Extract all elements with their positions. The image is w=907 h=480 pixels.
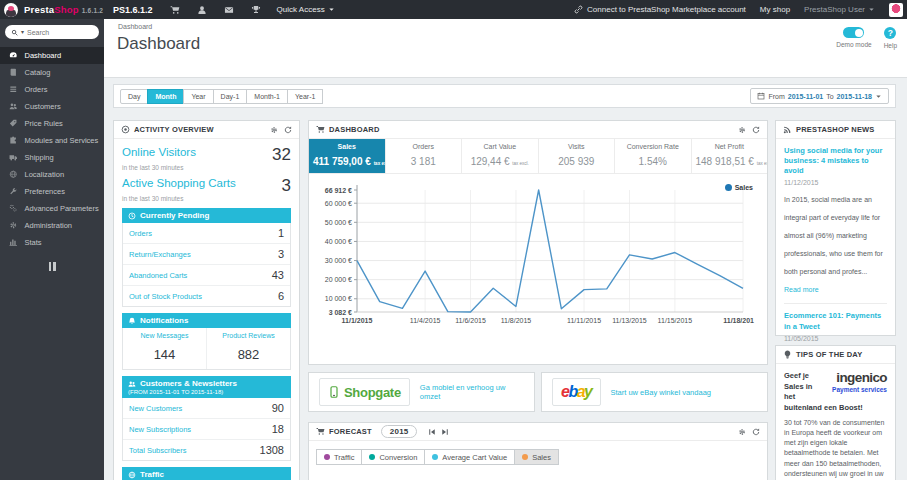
user-avatar[interactable] bbox=[889, 3, 903, 17]
filter-year-1-button[interactable]: Year-1 bbox=[287, 89, 323, 104]
sidebar-item-advanced-parameters[interactable]: Advanced Parameters bbox=[0, 200, 104, 217]
marketplace-link[interactable]: Connect to PrestaShop Marketplace accoun… bbox=[574, 5, 746, 14]
trophy-icon[interactable] bbox=[251, 5, 261, 15]
traffic-dot bbox=[324, 454, 330, 460]
gear-icon[interactable] bbox=[738, 126, 746, 134]
online-visitors-link[interactable]: Online Visitors bbox=[122, 146, 196, 158]
filter-day-1-button[interactable]: Day-1 bbox=[213, 89, 248, 104]
svg-text:60 000 €: 60 000 € bbox=[325, 200, 352, 207]
refresh-icon[interactable] bbox=[752, 126, 760, 134]
sidebar-item-localization[interactable]: Localization bbox=[0, 166, 104, 183]
online-visitors-sub: in the last 30 minutes bbox=[122, 164, 291, 171]
demo-mode-toggle[interactable] bbox=[843, 27, 864, 38]
sidebar-item-stats[interactable]: Stats bbox=[0, 234, 104, 251]
my-shop-link[interactable]: My shop bbox=[760, 5, 790, 14]
svg-text:50 000 €: 50 000 € bbox=[325, 219, 352, 226]
kpi-visits[interactable]: Visits205 939 bbox=[538, 139, 615, 173]
user-icon[interactable] bbox=[197, 5, 207, 15]
chevron-down-icon bbox=[328, 6, 335, 13]
gear-icon[interactable] bbox=[738, 428, 746, 436]
sidebar-item-customers[interactable]: Customers bbox=[0, 98, 104, 115]
ebay-logo[interactable]: ebay bbox=[552, 378, 601, 406]
out-of-stock-value: 6 bbox=[278, 290, 284, 302]
sidebar-item-orders[interactable]: Orders bbox=[0, 81, 104, 98]
read-more-link[interactable]: Read more bbox=[784, 286, 819, 293]
kpi-net-profit[interactable]: Net Profit148 918,51 € tax excl. bbox=[691, 139, 768, 173]
next-year-button[interactable] bbox=[441, 428, 449, 436]
new-messages-value: 144 bbox=[154, 347, 176, 362]
gear-icon[interactable] bbox=[270, 126, 278, 134]
forecast-conversion-button[interactable]: Conversion bbox=[361, 449, 425, 465]
kpi-cart-value[interactable]: Cart Value129,44 € tax excl. bbox=[461, 139, 538, 173]
gears-icon bbox=[9, 204, 18, 213]
new-messages-link[interactable]: New Messages bbox=[125, 332, 204, 339]
abandoned-carts-link[interactable]: Abandoned Carts bbox=[129, 271, 187, 280]
shopgate-ad-link[interactable]: Ga mobiel en verhoog uw omzet bbox=[420, 383, 524, 401]
prestashop-admin: PrestaShop1.6.1.2 PS1.6.1.2 Quick Access… bbox=[0, 0, 907, 480]
date-range-picker[interactable]: From 2015-11-01 To 2015-11-18 bbox=[750, 88, 889, 104]
search-scope-caret[interactable]: ▾ bbox=[21, 29, 24, 35]
kpi-conversion-rate[interactable]: Conversion Rate1.54% bbox=[614, 139, 691, 173]
pending-orders-value: 1 bbox=[278, 227, 284, 239]
active-carts-link[interactable]: Active Shopping Carts bbox=[122, 177, 236, 189]
pending-returns-value: 3 bbox=[278, 248, 284, 260]
brand-name[interactable]: PrestaShop1.6.1.2 bbox=[24, 4, 103, 15]
refresh-icon[interactable] bbox=[284, 126, 292, 134]
mail-icon[interactable] bbox=[224, 5, 234, 15]
total-subscribers-row: Total Subscribers1308 bbox=[123, 440, 290, 460]
sidebar-item-modules[interactable]: Modules and Services bbox=[0, 132, 104, 149]
cart-icon[interactable] bbox=[170, 5, 180, 15]
brand-version: 1.6.1.2 bbox=[82, 7, 103, 14]
cart-icon bbox=[316, 427, 325, 436]
chevron-down-icon bbox=[868, 6, 875, 13]
sidebar: ▾ Dashboard Catalog Orders Customers Pri… bbox=[0, 19, 104, 480]
filter-day-button[interactable]: Day bbox=[120, 89, 148, 104]
new-customers-link[interactable]: New Customers bbox=[129, 404, 182, 413]
news-article-title[interactable]: Ecommerce 101: Payments in a Tweet bbox=[784, 311, 887, 331]
sidebar-item-catalog[interactable]: Catalog bbox=[0, 64, 104, 81]
forecast-sales-button[interactable]: Sales bbox=[514, 449, 559, 465]
sidebar-collapse-button[interactable] bbox=[47, 261, 57, 271]
help-icon[interactable]: ? bbox=[884, 27, 896, 39]
chart-legend[interactable]: Sales bbox=[725, 184, 753, 191]
sidebar-item-administration[interactable]: Administration bbox=[0, 217, 104, 234]
filter-year-button[interactable]: Year bbox=[183, 89, 213, 104]
product-reviews-link[interactable]: Product Reviews bbox=[209, 332, 288, 339]
shopgate-logo[interactable]: Shopgate bbox=[319, 378, 410, 406]
ingenico-logo[interactable]: ingenico Payment services bbox=[823, 371, 887, 395]
page-header: Dashboard Dashboard Demo mode ? Help bbox=[104, 19, 907, 78]
globe-icon bbox=[128, 471, 136, 479]
sidebar-search[interactable]: ▾ bbox=[5, 25, 99, 39]
puzzle-icon bbox=[9, 136, 18, 145]
filter-month-1-button[interactable]: Month-1 bbox=[246, 89, 288, 104]
ebay-ad-link[interactable]: Start uw eBay winkel vandaag bbox=[611, 388, 711, 397]
sidebar-item-price-rules[interactable]: Price Rules bbox=[0, 115, 104, 132]
pending-orders-link[interactable]: Orders bbox=[129, 229, 152, 238]
forecast-avg-cart-value-button[interactable]: Average Cart Value bbox=[424, 449, 515, 465]
user-menu[interactable]: PrestaShop User bbox=[804, 5, 875, 14]
legend-dot bbox=[725, 184, 732, 191]
quick-access-menu[interactable]: Quick Access bbox=[277, 5, 335, 14]
new-subscriptions-link[interactable]: New Subscriptions bbox=[129, 425, 191, 434]
kpi-orders[interactable]: Orders3 181 bbox=[385, 139, 462, 173]
previous-year-button[interactable] bbox=[428, 428, 436, 436]
forecast-traffic-button[interactable]: Traffic bbox=[316, 449, 362, 465]
sidebar-item-preferences[interactable]: Preferences bbox=[0, 183, 104, 200]
out-of-stock-link[interactable]: Out of Stock Products bbox=[129, 292, 202, 301]
news-article-title[interactable]: Using social media for your business: 4 … bbox=[784, 146, 887, 176]
total-subscribers-link[interactable]: Total Subscribers bbox=[129, 446, 187, 455]
search-input[interactable] bbox=[27, 29, 79, 36]
news-article-date: 11/05/2015 bbox=[784, 335, 887, 342]
notifications-header: Notifications bbox=[122, 313, 291, 328]
new-customers-value: 90 bbox=[272, 402, 284, 414]
pending-returns-link[interactable]: Return/Exchanges bbox=[129, 250, 191, 259]
prestashop-logo[interactable] bbox=[4, 3, 18, 17]
kpi-sales[interactable]: Sales411 759,00 € tax excl. bbox=[309, 139, 385, 173]
filter-month-button[interactable]: Month bbox=[147, 89, 184, 104]
sidebar-item-dashboard[interactable]: Dashboard bbox=[0, 47, 104, 64]
cart-icon bbox=[316, 125, 325, 134]
sidebar-item-shipping[interactable]: Shipping bbox=[0, 149, 104, 166]
currently-pending-header: Currently Pending bbox=[122, 208, 291, 223]
svg-text:11/1/2015: 11/1/2015 bbox=[342, 317, 373, 324]
refresh-icon[interactable] bbox=[752, 428, 760, 436]
